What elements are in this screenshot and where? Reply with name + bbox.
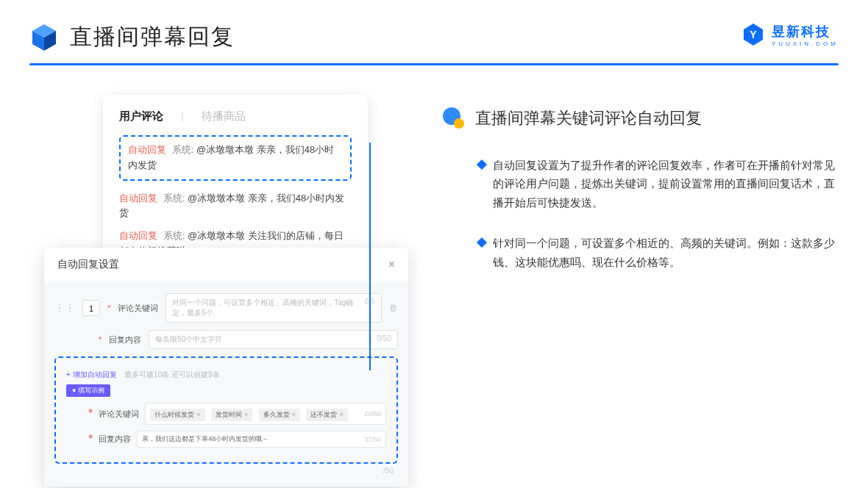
drag-handle-icon[interactable]: ⋮⋮: [54, 302, 75, 314]
connector-line: [369, 143, 371, 370]
bullet-text: 针对同一个问题，可设置多个相近的、高频的关键词。例如：这款多少钱、这块能优惠吗、…: [493, 234, 839, 272]
auto-reply-badge: 自动回复: [119, 230, 157, 241]
comment-row: 自动回复 系统: @冰墩墩本墩 亲亲，我们48小时内发货: [119, 191, 352, 222]
add-auto-reply-link[interactable]: + 增加自动回复: [66, 370, 117, 378]
required-star: *: [99, 335, 102, 344]
add-hint: 最多可建10条 还可以创建9条: [124, 370, 219, 378]
settings-card: 自动回复设置 × ⋮⋮ 1 * 评论关键词 对同一个问题，可设置多个相近、高频的…: [44, 248, 408, 487]
cube-icon: [29, 23, 59, 52]
header: 直播间弹幕回复 Y 昱新科技 YUUXIN.COM: [0, 0, 868, 63]
tab-separator: |: [181, 110, 184, 123]
content-count: 0/50: [377, 334, 391, 345]
brand-name: 昱新科技: [772, 23, 839, 40]
brand-sub: YUUXIN.COM: [772, 40, 839, 47]
diamond-bullet-icon: [477, 159, 487, 170]
page-title: 直播间弹幕回复: [70, 22, 235, 52]
chat-bubble-icon: [441, 106, 466, 131]
settings-title: 自动回复设置: [57, 258, 119, 271]
header-divider: [29, 63, 839, 65]
ex-kw-count: 20/50: [364, 410, 381, 417]
close-icon[interactable]: ×: [388, 258, 395, 271]
ex-keyword-input[interactable]: 什么时候发货× 发货时间× 多久发货× 还不发货× 20/50: [145, 403, 386, 425]
content-label: 回复内容: [109, 334, 141, 345]
description-column: 直播间弹幕关键词评论自动回复 自动回复设置为了提升作者的评论回复效率，作者可在开…: [441, 95, 839, 294]
tag-chip[interactable]: 多久发货×: [259, 409, 300, 421]
ex-content-count: 37/50: [364, 436, 381, 443]
bullet-item: 针对同一个问题，可设置多个相近的、高频的关键词。例如：这款多少钱、这块能优惠吗、…: [441, 234, 839, 272]
item-number: 1: [82, 300, 100, 316]
auto-reply-badge: 自动回复: [128, 144, 166, 155]
system-label: 系统:: [172, 144, 194, 155]
svg-point-5: [454, 118, 464, 129]
tab-user-comments[interactable]: 用户评论: [119, 110, 163, 123]
ex-content-input[interactable]: 亲，我们这边都是下单48小时内发货的哦～ 37/50: [137, 431, 386, 448]
highlighted-comment: 自动回复 系统: @冰墩墩本墩 亲亲，我们48小时内发货: [119, 135, 352, 181]
brand-logo: Y 昱新科技 YUUXIN.COM: [741, 22, 839, 47]
delete-icon[interactable]: 🗑: [389, 303, 398, 313]
example-box: + 增加自动回复 最多可建10条 还可以创建9条 ● 填写示例 * 评论关键词 …: [54, 356, 398, 464]
ex-keyword-label: 评论关键词: [99, 409, 139, 420]
example-badge: ● 填写示例: [66, 384, 110, 397]
tab-pending-goods[interactable]: 待播商品: [202, 110, 246, 123]
svg-text:Y: Y: [750, 29, 757, 40]
diamond-bullet-icon: [477, 237, 487, 248]
required-star: *: [88, 433, 93, 446]
keyword-label: 评论关键词: [118, 303, 158, 314]
required-star: *: [107, 304, 110, 312]
auto-reply-badge: 自动回复: [119, 193, 157, 204]
system-label: 系统:: [163, 230, 185, 241]
bullet-text: 自动回复设置为了提升作者的评论回复效率，作者可在开播前针对常见的评论用户问题，提…: [493, 157, 839, 212]
screenshots-column: 用户评论 | 待播商品 自动回复 系统: @冰墩墩本墩 亲亲，我们48小时内发货…: [29, 95, 397, 294]
keyword-input[interactable]: 对同一个问题，可设置多个相近、高频的关键词，Tag确定，最多5个 0/5: [166, 293, 382, 323]
system-label: 系统:: [163, 193, 185, 204]
bullet-item: 自动回复设置为了提升作者的评论回复效率，作者可在开播前针对常见的评论用户问题，提…: [441, 157, 839, 212]
required-star: *: [88, 407, 93, 420]
section-subtitle: 直播间弹幕关键词评论自动回复: [475, 107, 702, 129]
tag-chip[interactable]: 发货时间×: [211, 409, 252, 421]
tag-chip[interactable]: 什么时候发货×: [150, 409, 204, 421]
brand-mark-icon: Y: [741, 22, 766, 47]
content-input[interactable]: 每条限50个中文字符 0/50: [149, 330, 398, 349]
tail-count: /50: [54, 464, 398, 475]
tag-chip[interactable]: 还不发货×: [306, 409, 347, 421]
ex-content-label: 回复内容: [99, 434, 131, 445]
